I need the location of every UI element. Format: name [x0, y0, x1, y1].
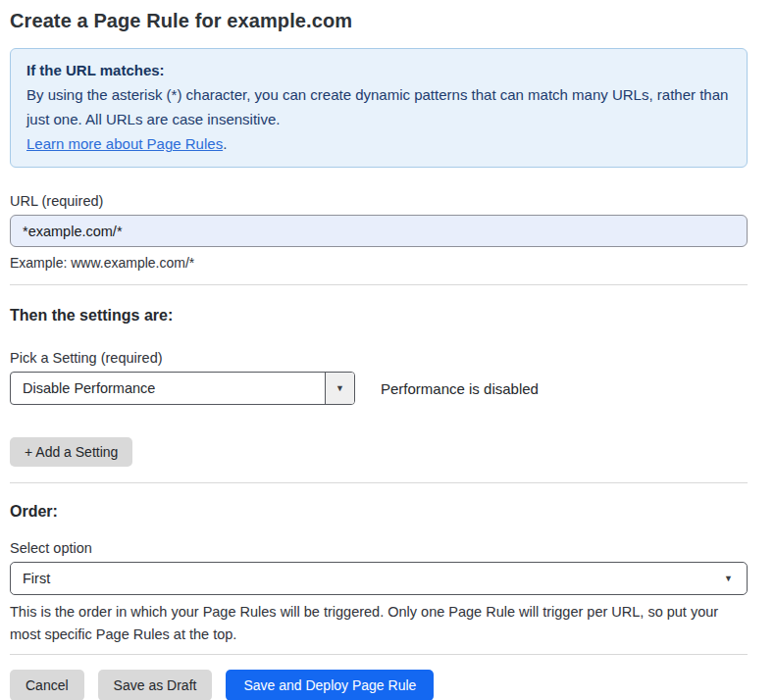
url-field-label: URL (required) — [10, 193, 748, 209]
order-select[interactable]: First ▼ — [10, 562, 748, 595]
save-deploy-button[interactable]: Save and Deploy Page Rule — [226, 670, 434, 700]
info-box-body: By using the asterisk (*) character, you… — [26, 82, 731, 131]
settings-section-heading: Then the settings are: — [10, 307, 748, 325]
setting-row: Disable Performance ▼ Performance is dis… — [10, 372, 748, 405]
order-select-label: Select option — [10, 540, 748, 556]
section-divider — [10, 284, 748, 285]
order-section-heading: Order: — [10, 503, 748, 521]
setting-select[interactable]: Disable Performance ▼ — [10, 372, 355, 405]
info-box-heading: If the URL matches: — [26, 58, 731, 82]
pick-setting-label: Pick a Setting (required) — [10, 350, 748, 366]
add-setting-button[interactable]: + Add a Setting — [10, 437, 132, 467]
chevron-down-icon: ▼ — [724, 575, 733, 583]
url-example-text: Example: www.example.com/* — [10, 255, 748, 271]
save-draft-button[interactable]: Save as Draft — [98, 670, 213, 700]
chevron-down-icon: ▼ — [336, 384, 344, 393]
page-title: Create a Page Rule for example.com — [10, 10, 748, 32]
info-box-link-line: Learn more about Page Rules. — [26, 131, 731, 156]
cancel-button[interactable]: Cancel — [10, 670, 84, 700]
url-input[interactable] — [10, 215, 748, 247]
url-match-info-box: If the URL matches: By using the asteris… — [10, 48, 748, 168]
page-rule-form: Create a Page Rule for example.com If th… — [10, 10, 748, 700]
footer-divider — [10, 654, 748, 655]
section-divider — [10, 482, 748, 483]
setting-select-arrow-button[interactable]: ▼ — [325, 373, 354, 404]
footer-button-row: Cancel Save as Draft Save and Deploy Pag… — [10, 670, 748, 700]
order-select-value: First — [23, 571, 50, 586]
order-help-text: This is the order in which your Page Rul… — [10, 601, 738, 646]
learn-more-link[interactable]: Learn more about Page Rules — [26, 135, 223, 152]
setting-select-value: Disable Performance — [11, 373, 325, 404]
link-period: . — [223, 135, 227, 152]
setting-status-text: Performance is disabled — [381, 380, 539, 397]
